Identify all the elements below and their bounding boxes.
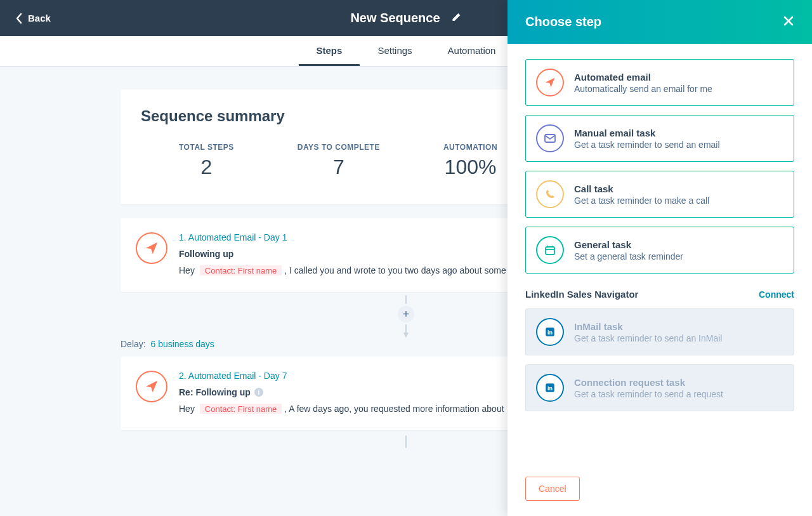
option-text: Call task Get a task reminder to make a … [574,183,709,206]
stat-value: 100% [443,155,497,179]
tab-automation[interactable]: Automation [430,36,514,66]
stat-label: AUTOMATION [443,143,497,152]
stat-value: 2 [179,155,234,179]
linkedin-icon: in [536,318,564,346]
option-desc: Set a general task reminder [574,251,683,261]
linkedin-header: LinkedIn Sales Navigator Connect [525,289,794,300]
svg-text:in: in [547,329,553,336]
stat-value: 7 [298,155,380,179]
panel-footer: Cancel [508,464,812,516]
option-text: Manual email task Get a task reminder to… [574,128,720,150]
phone-icon [536,180,564,208]
option-text: Automated email Automatically send an em… [574,72,712,94]
cancel-button[interactable]: Cancel [525,477,580,501]
page-title: New Sequence [350,11,440,25]
connector-line [405,295,407,304]
svg-rect-1 [546,247,554,255]
merge-token: Contact: First name [200,265,282,275]
option-desc: Get a task reminder to make a call [574,195,709,206]
option-title: Call task [574,183,709,194]
close-icon[interactable] [783,15,794,29]
option-automated-email[interactable]: Automated email Automatically send an em… [525,59,794,106]
calendar-icon [536,236,564,264]
option-title: Automated email [574,72,712,83]
option-title: Manual email task [574,128,720,138]
paper-plane-icon [136,371,167,402]
add-step-button[interactable]: + [398,306,414,322]
linkedin-heading: LinkedIn Sales Navigator [525,289,638,300]
stat-days: DAYS TO COMPLETE 7 [298,143,380,179]
title-wrap: New Sequence [350,11,461,25]
stat-total-steps: TOTAL STEPS 2 [179,143,234,179]
option-title: General task [574,239,683,250]
option-inmail-task: in InMail task Get a task reminder to se… [525,308,794,355]
option-desc: Get a task reminder to send an InMail [574,333,722,343]
stat-label: DAYS TO COMPLETE [298,143,380,152]
chevron-left-icon [15,13,23,24]
option-connection-request: in Connection request task Get a task re… [525,364,794,411]
merge-token: Contact: First name [200,404,282,414]
connector-line [405,324,407,333]
option-general-task[interactable]: General task Set a general task reminder [525,227,794,274]
option-title: InMail task [574,321,722,332]
panel-body: Automated email Automatically send an em… [508,44,812,464]
edit-icon[interactable] [452,12,462,25]
info-icon[interactable]: i [254,388,263,397]
svg-text:in: in [547,385,553,392]
linkedin-icon: in [536,374,564,402]
stat-label: TOTAL STEPS [179,143,234,152]
option-call-task[interactable]: Call task Get a task reminder to make a … [525,171,794,218]
option-text: InMail task Get a task reminder to send … [574,321,722,343]
option-title: Connection request task [574,377,723,388]
back-label: Back [28,13,51,23]
option-desc: Get a task reminder to send a request [574,389,723,399]
stat-automation: AUTOMATION 100% [443,143,497,179]
panel-title: Choose step [525,15,601,29]
choose-step-panel: Choose step Automated email Automaticall… [508,0,812,516]
option-text: General task Set a general task reminder [574,239,683,261]
option-desc: Get a task reminder to send an email [574,140,720,150]
option-text: Connection request task Get a task remin… [574,377,723,399]
tab-settings[interactable]: Settings [360,36,429,66]
tab-steps[interactable]: Steps [299,36,360,66]
back-button[interactable]: Back [15,13,51,24]
option-desc: Automatically send an email for me [574,84,712,94]
connect-link[interactable]: Connect [759,289,794,300]
option-manual-email[interactable]: Manual email task Get a task reminder to… [525,115,794,162]
panel-header: Choose step [508,0,812,44]
paper-plane-icon [536,69,564,96]
envelope-icon [536,124,564,152]
connector-line [405,435,407,448]
paper-plane-icon [136,232,167,264]
